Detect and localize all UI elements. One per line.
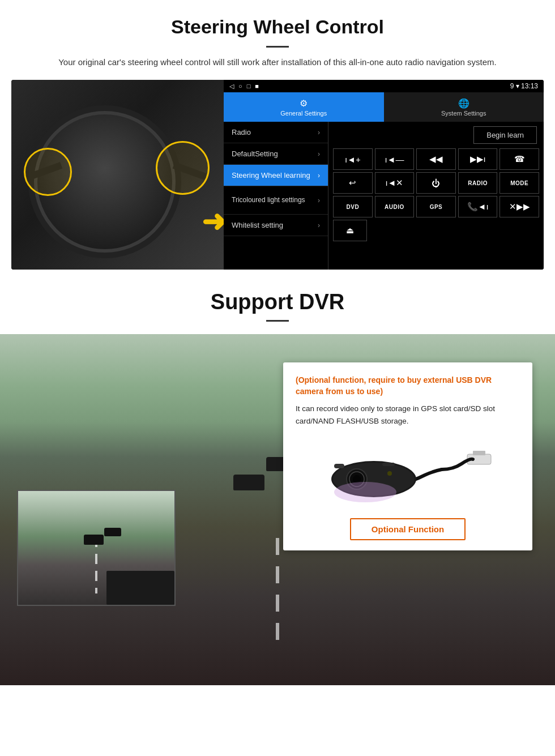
- ctrl-next-track[interactable]: ▶▶ı: [458, 148, 498, 170]
- small-car-2: [104, 528, 121, 536]
- menu-item-tricoloured-label: Tricoloured light settings: [232, 196, 305, 205]
- small-car-hood: [106, 571, 174, 605]
- ctrl-phone2[interactable]: 📞◄ı: [458, 196, 498, 217]
- menu-item-default-label: DefaultSetting: [232, 150, 278, 158]
- ctrl-vol-up[interactable]: ı◄+: [333, 148, 373, 170]
- controls-grid-row4: ⏏: [333, 220, 539, 241]
- menu-icon: ■: [255, 83, 259, 90]
- tab-general-label: General Settings: [280, 110, 327, 117]
- svg-rect-7: [334, 464, 344, 468]
- menu-item-whitelist[interactable]: Whitelist setting ›: [224, 215, 328, 236]
- home-icon: ○: [238, 83, 242, 90]
- recent-icon: □: [247, 83, 251, 90]
- controls-panel: Begin learn ı◄+ ı◄— ◀◀ ▶▶ı ☎ ↩ ı◄✕ ⏻ RAD…: [328, 122, 544, 270]
- menu-item-steering-wheel[interactable]: Steering Wheel learning ›: [224, 165, 328, 186]
- svg-rect-1: [473, 451, 485, 455]
- menu-item-default-setting[interactable]: DefaultSetting ›: [224, 143, 328, 165]
- statusbar-nav-icons: ◁ ○ □ ■: [229, 83, 259, 90]
- menu-item-radio-label: Radio: [232, 128, 251, 136]
- dvr-info-box: (Optional function, require to buy exter…: [283, 362, 532, 550]
- ctrl-mode[interactable]: MODE: [500, 172, 539, 194]
- chevron-right-icon: ›: [318, 172, 320, 180]
- dvr-small-road-mark: [95, 537, 97, 593]
- dvr-small-screen: [17, 490, 176, 606]
- menu-item-tricoloured[interactable]: Tricoloured light settings ›: [224, 186, 328, 215]
- android-tabs: ⚙ General Settings 🌐 System Settings: [224, 92, 544, 122]
- steering-composite: ➜ ◁ ○ □ ■ 9 ▾ 13:13 ⚙ General Settings 🌐…: [11, 80, 544, 270]
- tab-system-settings[interactable]: 🌐 System Settings: [384, 92, 544, 122]
- chevron-right-icon: ›: [318, 221, 320, 229]
- ctrl-mute[interactable]: ı◄✕: [375, 172, 415, 194]
- menu-item-radio[interactable]: Radio ›: [224, 122, 328, 143]
- controls-grid-row1: ı◄+ ı◄— ◀◀ ▶▶ı ☎: [333, 148, 539, 170]
- dvr-section: Support DVR (Optional function, require …: [0, 270, 555, 685]
- ctrl-gps[interactable]: GPS: [416, 196, 456, 217]
- page-title: Steering Wheel Control: [0, 0, 555, 41]
- road-center-line: [276, 538, 279, 651]
- ctrl-radio-btn[interactable]: RADIO: [458, 172, 498, 194]
- chevron-right-icon: ›: [318, 150, 320, 158]
- settings-menu-list: Radio › DefaultSetting › Steering Wheel …: [224, 122, 328, 270]
- statusbar-time: 9 ▾ 13:13: [510, 82, 538, 90]
- sw-highlight-left: [24, 148, 72, 196]
- svg-rect-8: [382, 463, 395, 466]
- section-subtitle: Your original car's steering wheel contr…: [34, 55, 521, 69]
- ctrl-dvd[interactable]: DVD: [333, 196, 373, 217]
- ctrl-hangup[interactable]: ↩: [333, 172, 373, 194]
- dvr-camera-image: [317, 435, 498, 509]
- sw-arrow-icon: ➜: [202, 204, 224, 238]
- android-menu: Radio › DefaultSetting › Steering Wheel …: [224, 122, 544, 270]
- gear-icon: ⚙: [300, 98, 308, 109]
- menu-item-steering-label: Steering Wheel learning: [232, 171, 310, 180]
- android-panel: ◁ ○ □ ■ 9 ▾ 13:13 ⚙ General Settings 🌐 S…: [224, 80, 544, 270]
- dvr-title-area: Support DVR: [0, 270, 555, 334]
- ctrl-power[interactable]: ⏻: [416, 172, 456, 194]
- begin-learn-button[interactable]: Begin learn: [473, 126, 537, 144]
- controls-grid-row3: DVD AUDIO GPS 📞◄ı ✕▶▶: [333, 196, 539, 217]
- dvr-description: It can record video only to storage in G…: [296, 403, 520, 427]
- svg-point-9: [334, 482, 396, 502]
- small-car-1: [84, 535, 104, 545]
- tab-system-label: System Settings: [441, 110, 486, 117]
- tab-general-settings[interactable]: ⚙ General Settings: [224, 92, 384, 122]
- svg-point-10: [387, 471, 392, 476]
- ctrl-phone[interactable]: ☎: [500, 148, 539, 170]
- ctrl-vol-down[interactable]: ı◄—: [375, 148, 415, 170]
- menu-item-whitelist-label: Whitelist setting: [232, 221, 283, 229]
- optional-function-button[interactable]: Optional Function: [350, 518, 466, 540]
- ctrl-prev-track[interactable]: ◀◀: [416, 148, 456, 170]
- chevron-right-icon: ›: [318, 197, 320, 204]
- dvr-background: (Optional function, require to buy exter…: [0, 334, 555, 685]
- dvr-title: Support DVR: [11, 290, 544, 314]
- back-icon: ◁: [229, 83, 234, 90]
- ctrl-audio[interactable]: AUDIO: [375, 196, 415, 217]
- dvr-optional-note: (Optional function, require to buy exter…: [296, 375, 520, 397]
- network-icon: 🌐: [458, 98, 469, 109]
- controls-grid-row2: ↩ ı◄✕ ⏻ RADIO MODE: [333, 172, 539, 194]
- sw-highlight-right: [156, 141, 210, 195]
- dvr-small-road: [18, 491, 174, 605]
- steering-photo: ➜: [11, 80, 224, 270]
- android-statusbar: ◁ ○ □ ■ 9 ▾ 13:13: [224, 80, 544, 92]
- car-sil-3: [233, 475, 264, 490]
- title-divider: [266, 46, 289, 48]
- ctrl-skip[interactable]: ✕▶▶: [500, 196, 539, 217]
- svg-point-6: [353, 475, 361, 483]
- begin-learn-row: Begin learn: [333, 126, 539, 144]
- dvr-camera-svg: [317, 438, 498, 506]
- ctrl-eject[interactable]: ⏏: [333, 220, 367, 241]
- dvr-divider: [266, 320, 289, 322]
- chevron-right-icon: ›: [318, 129, 320, 136]
